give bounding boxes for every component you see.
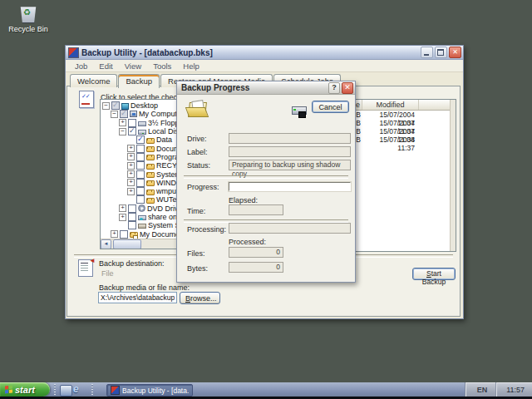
expand-plus-icon[interactable]: + — [127, 162, 135, 170]
expand-plus-icon[interactable]: + — [111, 230, 118, 238]
open-folder-icon — [187, 102, 207, 117]
tree-item-label: WUTemp — [156, 195, 178, 204]
checkbox[interactable] — [120, 110, 128, 118]
collapse-minus-icon[interactable]: − — [111, 111, 118, 118]
cancel-button[interactable]: Cancel — [312, 101, 349, 113]
checkbox[interactable] — [136, 170, 145, 179]
collapse-minus-icon[interactable]: − — [119, 128, 126, 135]
bytes-field: 0 — [229, 262, 283, 273]
tree-row-share-on[interactable]: +share on '... — [101, 213, 178, 221]
tree-horizontal-scrollbar[interactable]: ◄ — [101, 239, 178, 249]
tree-row-local-disk-c[interactable]: −Local Disk (C:) — [101, 127, 178, 135]
checkbox[interactable] — [136, 161, 145, 170]
checkbox[interactable] — [136, 179, 145, 187]
folder-icon — [146, 146, 155, 152]
expand-plus-icon[interactable]: + — [119, 119, 126, 126]
tree-row-system-state[interactable]: System State — [101, 221, 178, 229]
start-button[interactable]: start — [0, 382, 50, 397]
expand-plus-icon[interactable]: + — [127, 179, 135, 186]
checkbox[interactable] — [136, 145, 145, 153]
checkbox[interactable] — [136, 187, 145, 195]
checkbox[interactable] — [128, 204, 136, 213]
taskbar-window-button[interactable]: Backup Utility - [data... — [106, 384, 193, 397]
backup-destination-icon — [78, 259, 93, 277]
list-row[interactable]: B15/07/2004 11:37 — [351, 119, 456, 127]
window-titlebar[interactable]: Backup Utility - [databackup.bks] — [66, 46, 463, 60]
dialog-titlebar[interactable]: Backup Progress ? ✕ — [177, 81, 355, 95]
scroll-thumb[interactable] — [113, 239, 141, 249]
list-cell-modified: 15/07/2004 11:37 — [362, 111, 419, 119]
window-title: Backup Utility - [databackup.bks] — [81, 48, 419, 57]
progress-label: Progress: — [187, 183, 219, 191]
tab-welcome[interactable]: Welcome — [70, 74, 117, 87]
elapsed-label: Elapsed: — [229, 196, 258, 204]
tree-row-dvd-drive-d[interactable]: +DVD Drive (D:) — [101, 204, 178, 213]
backup-media-input[interactable] — [98, 292, 177, 303]
expand-plus-icon[interactable]: + — [119, 214, 126, 221]
list-row[interactable]: B15/07/2004 11:37 — [351, 111, 456, 119]
checkbox[interactable] — [136, 195, 145, 204]
tree-row-system-volume-information[interactable]: +System Volume Information — [101, 170, 178, 178]
menu-item-view[interactable]: View — [119, 62, 147, 71]
expand-plus-icon[interactable]: + — [127, 145, 135, 152]
expand-plus-icon[interactable]: + — [127, 153, 135, 160]
recycle-bin-desktop-icon[interactable]: Recycle Bin — [5, 3, 52, 33]
checkbox[interactable] — [128, 127, 136, 135]
tree-row-program-files[interactable]: +Program Files — [101, 153, 178, 161]
tree-row-desktop[interactable]: −Desktop — [101, 101, 178, 110]
menu-item-help[interactable]: Help — [177, 62, 205, 71]
scroll-left-icon[interactable]: ◄ — [101, 239, 111, 249]
tree-row-3-floppy-a[interactable]: +3½ Floppy (A:) — [101, 119, 178, 127]
tree-item-label: WINDOWS — [156, 179, 178, 187]
progress-bar — [229, 182, 351, 191]
help-icon[interactable]: ? — [328, 82, 340, 94]
tree-row-windows[interactable]: +WINDOWS — [101, 179, 178, 187]
quick-launch-desktop-icon[interactable] — [60, 385, 72, 397]
browse-button[interactable]: Browse... — [180, 292, 220, 304]
tree-row-documents-and-settings[interactable]: +Documents and Settings — [101, 144, 178, 152]
checkbox[interactable] — [111, 101, 120, 110]
dialog-close-icon[interactable]: ✕ — [342, 82, 353, 94]
clock-area[interactable]: 11:57 — [495, 382, 532, 397]
folder-icon — [146, 172, 155, 178]
language-indicator[interactable]: EN — [466, 386, 496, 394]
column-modified[interactable]: Modified — [362, 100, 419, 110]
list-row[interactable]: B15/07/2004 11:37 — [351, 135, 456, 144]
tree-row-recycler[interactable]: +RECYCLER — [101, 161, 178, 170]
tree-item-label: DVD Drive (D:) — [147, 204, 178, 213]
tree-row-my-documents[interactable]: +My Documents — [101, 229, 178, 238]
menu-item-edit[interactable]: Edit — [93, 62, 118, 71]
label-label: Label: — [187, 148, 208, 156]
tree-item-label: Desktop — [131, 101, 158, 110]
checkbox[interactable] — [128, 119, 136, 127]
maximize-button[interactable] — [435, 47, 447, 58]
checkbox[interactable] — [128, 213, 136, 221]
processing-label: Processing: — [187, 225, 226, 234]
tree-row-wutemp[interactable]: WUTemp — [101, 195, 178, 204]
minimize-button[interactable] — [421, 47, 433, 58]
checkbox[interactable] — [136, 153, 145, 161]
checkbox[interactable] — [120, 230, 128, 239]
expand-plus-icon[interactable]: + — [127, 188, 135, 195]
collapse-minus-icon[interactable]: − — [102, 102, 110, 110]
close-button[interactable] — [449, 47, 461, 58]
start-backup-button[interactable]: Start Backup — [412, 268, 456, 280]
tree-row-data[interactable]: Data — [101, 135, 178, 144]
tree-row-wmpub[interactable]: +wmpub — [101, 187, 178, 195]
checkbox[interactable] — [128, 221, 136, 229]
tree-row-my-computer[interactable]: −My Computer — [101, 110, 178, 118]
checkbox[interactable] — [136, 135, 145, 144]
expand-plus-icon[interactable]: + — [127, 170, 135, 178]
processed-label: Processed: — [229, 238, 266, 246]
tape-drive-icon — [292, 106, 307, 118]
expand-plus-icon[interactable]: + — [119, 204, 126, 212]
sysstate-icon — [138, 224, 146, 229]
menu-item-tools[interactable]: Tools — [147, 62, 177, 71]
list-vertical-scrollbar[interactable] — [450, 100, 456, 251]
dialog-title: Backup Progress — [181, 83, 327, 92]
menu-item-job[interactable]: Job — [69, 62, 93, 71]
tab-backup[interactable]: Backup — [118, 74, 160, 88]
list-row[interactable]: B15/07/2004 11:38 — [351, 127, 456, 135]
quick-launch-browser-icon[interactable]: e — [73, 385, 84, 395]
tree-item-label: System Volume Information — [156, 170, 178, 179]
